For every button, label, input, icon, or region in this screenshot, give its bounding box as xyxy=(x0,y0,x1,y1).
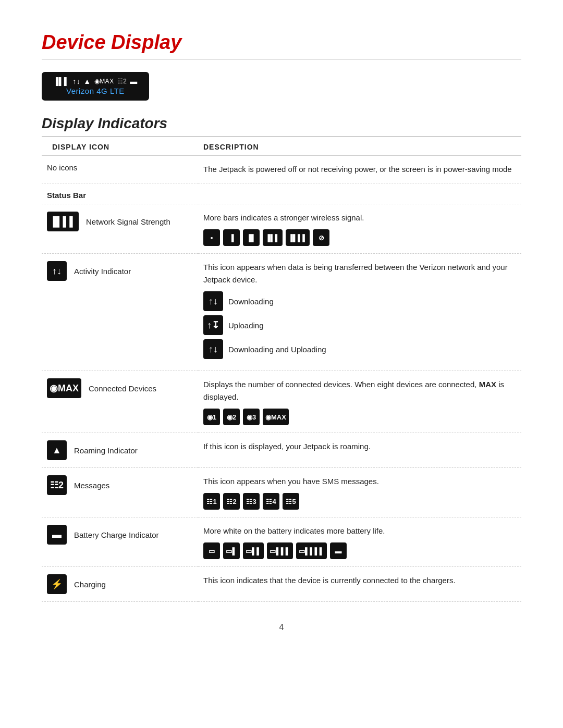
page-number: 4 xyxy=(42,623,521,632)
battery-icon: ▬ xyxy=(130,77,138,85)
status-bar-label: Status Bar xyxy=(47,191,86,200)
icon-box: ◉2 xyxy=(223,409,240,425)
table-row: ▲ Roaming Indicator If this icon is disp… xyxy=(42,433,521,468)
icon-box: ↑↓ xyxy=(203,339,223,359)
icon-cell: ⚡ Charging xyxy=(42,567,198,602)
icon-box: ☷1 xyxy=(203,493,220,510)
activity-list: ↑↓ Downloading ↑↧ Uploading ↑↓ Downloadi… xyxy=(203,291,516,359)
icon-box: ⚡ xyxy=(47,574,67,594)
desc-cell: More white on the battery indicates more… xyxy=(198,517,521,567)
activity-row: ↑↓ Downloading xyxy=(203,291,516,311)
icon-box: ↑↧ xyxy=(203,315,223,335)
signal-variants: ▪▐▐▌▐▌▌▐▌▌▌⊘ xyxy=(203,229,516,246)
icon-cell: ↑↓ Activity Indicator xyxy=(42,254,198,371)
activity-icon: ↑↓ xyxy=(72,77,80,85)
icon-box: ▪ xyxy=(203,229,220,246)
icon-box: ▐▌▌ xyxy=(263,229,283,246)
activity-row: ↑↧ Uploading xyxy=(203,315,516,335)
icon-box: ▬ xyxy=(47,525,67,545)
desc-text: If this icon is displayed, your Jetpack … xyxy=(203,442,371,451)
table-row: Status Bar xyxy=(42,183,521,204)
table-row: ↑↓ Activity Indicator This icon appears … xyxy=(42,254,521,371)
desc-cell: More bars indicates a stronger wireless … xyxy=(198,204,521,254)
icon-box: ▐▌▌▌ xyxy=(47,212,79,231)
table-row: ◉MAX Connected Devices Displays the numb… xyxy=(42,371,521,433)
activity-row: ↑↓ Downloading and Uploading xyxy=(203,339,516,359)
title-divider xyxy=(42,59,521,59)
icon-label-text: Network Signal Strength xyxy=(86,217,170,226)
activity-label: Uploading xyxy=(228,321,264,330)
connected-variants: ◉1◉2◉3◉MAX xyxy=(203,409,516,425)
table-header-row: DISPLAY ICON DESCRIPTION xyxy=(42,137,521,156)
icon-cell: ◉MAX Connected Devices xyxy=(42,371,198,433)
icon-label-text: Roaming Indicator xyxy=(74,446,138,455)
table-row: ▐▌▌▌ Network Signal Strength More bars i… xyxy=(42,204,521,254)
icon-box: ▭▌▌ xyxy=(243,542,264,559)
icon-box: ▭ xyxy=(203,542,220,559)
icon-label-text: Connected Devices xyxy=(89,384,156,393)
icon-box: ◉MAX xyxy=(263,409,289,425)
status-bar-icons: ▐▌▌ ↑↓ ▲ ◉MAX ☷2 ▬ xyxy=(53,77,138,85)
desc-text: This icon appears when data is being tra… xyxy=(203,263,508,284)
icon-box: ☷2 xyxy=(47,475,67,495)
icon-label-text: Activity Indicator xyxy=(74,267,131,276)
icon-box: ◉1 xyxy=(203,409,220,425)
icon-label-text: Charging xyxy=(74,580,106,589)
icon-box: ↑↓ xyxy=(203,291,223,311)
icon-label-text: No icons xyxy=(47,163,77,172)
icon-cell: ☷2 Messages xyxy=(42,468,198,517)
desc-text: Displays the number of connected devices… xyxy=(203,380,504,401)
icon-box: ▐ xyxy=(223,229,240,246)
roaming-icon: ▲ xyxy=(83,77,91,85)
icon-box: ◉3 xyxy=(243,409,260,425)
activity-label: Downloading xyxy=(228,297,274,306)
icon-box: ▐▌ xyxy=(243,229,260,246)
icon-cell: ▐▌▌▌ Network Signal Strength xyxy=(42,204,198,254)
icon-label-text: Battery Charge Indicator xyxy=(74,530,159,539)
col-display-icon: DISPLAY ICON xyxy=(42,137,198,156)
desc-text: This icon appears when you have SMS mess… xyxy=(203,477,379,486)
table-row: ☷2 Messages This icon appears when you h… xyxy=(42,468,521,517)
battery-variants: ▭▭▌▭▌▌▭▌▌▌▭▌▌▌▌▬ xyxy=(203,542,516,559)
desc-cell: This icon indicates that the device is c… xyxy=(198,567,521,602)
table-row: No icons The Jetpack is powered off or n… xyxy=(42,156,521,183)
table-row: ▬ Battery Charge Indicator More white on… xyxy=(42,517,521,567)
desc-cell: This icon appears when you have SMS mess… xyxy=(198,468,521,517)
icon-box: ☷4 xyxy=(263,493,279,510)
icon-box: ☷3 xyxy=(243,493,260,510)
activity-label: Downloading and Uploading xyxy=(228,345,326,354)
icon-box: ▭▌ xyxy=(223,542,240,559)
icon-box: ↑↓ xyxy=(47,261,67,281)
icon-box: ⊘ xyxy=(313,229,329,246)
icon-box: ◉MAX xyxy=(47,378,81,398)
icon-cell: ▬ Battery Charge Indicator xyxy=(42,517,198,567)
icon-label-text: Messages xyxy=(74,481,109,490)
section-title: Display Indicators xyxy=(42,115,521,132)
icon-box: ▭▌▌▌ xyxy=(267,542,293,559)
icon-box: ▲ xyxy=(47,440,67,460)
icon-cell: ▲ Roaming Indicator xyxy=(42,433,198,468)
icon-box: ▐▌▌▌ xyxy=(286,229,310,246)
icon-cell: No icons xyxy=(42,156,198,183)
indicators-table: DISPLAY ICON DESCRIPTION No icons The Je… xyxy=(42,137,521,602)
desc-cell: This icon appears when data is being tra… xyxy=(198,254,521,371)
icon-box: ☷2 xyxy=(223,493,240,510)
icon-box: ☷5 xyxy=(283,493,299,510)
icon-box: ▭▌▌▌▌ xyxy=(296,542,327,559)
status-bar-header-cell: Status Bar xyxy=(42,183,521,204)
signal-icon: ▐▌▌ xyxy=(53,77,69,85)
page-title: Device Display xyxy=(42,31,521,54)
wifi-icon: ◉MAX xyxy=(94,78,114,85)
desc-text: More white on the battery indicates more… xyxy=(203,526,385,535)
desc-cell: If this icon is displayed, your Jetpack … xyxy=(198,433,521,468)
status-bar-preview: ▐▌▌ ↑↓ ▲ ◉MAX ☷2 ▬ Verizon 4G LTE xyxy=(42,72,149,101)
table-row: ⚡ Charging This icon indicates that the … xyxy=(42,567,521,602)
desc-cell: Displays the number of connected devices… xyxy=(198,371,521,433)
desc-text: The Jetpack is powered off or not receiv… xyxy=(203,165,512,174)
desc-cell: The Jetpack is powered off or not receiv… xyxy=(198,156,521,183)
carrier-text: Verizon 4G LTE xyxy=(53,87,138,95)
desc-text: This icon indicates that the device is c… xyxy=(203,576,456,585)
desc-text: More bars indicates a stronger wireless … xyxy=(203,213,364,222)
col-description: DESCRIPTION xyxy=(198,137,521,156)
icon-box: ▬ xyxy=(330,542,347,559)
